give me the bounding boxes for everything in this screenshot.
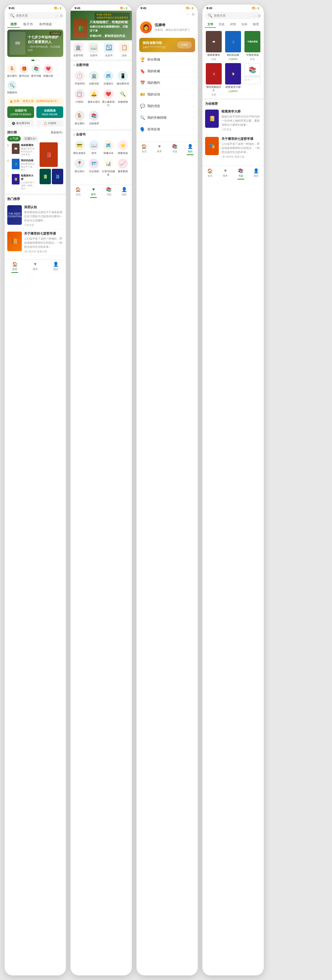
menu-lost-found[interactable]: 🔍 我的失物招领 ›	[136, 112, 198, 124]
service-branch[interactable]: 📊 分馆/流动服务	[101, 157, 116, 178]
genre-management[interactable]: 经管	[228, 21, 239, 28]
nav-bookshelf-2[interactable]: 📚 书架	[101, 187, 117, 198]
activity-icon-top[interactable]: 📋 活动	[119, 43, 129, 57]
menu-feedback[interactable]: 🗣️ 咨询反馈 ›	[136, 124, 198, 135]
card-bound-button[interactable]: 已绑定	[177, 42, 191, 48]
more-icon-my[interactable]: ···	[187, 12, 190, 16]
service-collection-map[interactable]: 🗺️ 馆藏分布	[101, 138, 116, 157]
service-caring[interactable]: ❤️ 爱心服务指引	[101, 87, 116, 109]
nav-my-3[interactable]: 👤 我的	[183, 144, 198, 155]
douban-cover-1[interactable]: 📕	[40, 142, 58, 167]
trip-qr-btn[interactable]: 📋 行程码	[36, 120, 63, 127]
menu-favorites[interactable]: 🔖 我的收藏 ›	[136, 65, 198, 77]
tab-ebook[interactable]: 电子书	[20, 21, 36, 28]
menu-points[interactable]: 🏆 积分商城 ›	[136, 54, 198, 65]
metro-qr-btn[interactable]: 🚇 微信乘车码	[7, 120, 34, 127]
service-go-library[interactable]: 🏛️ 去图书馆	[87, 69, 101, 87]
nav-my-4[interactable]: 👤 我的	[248, 168, 264, 180]
genre-detective[interactable]: 推理	[250, 21, 261, 28]
more-icon[interactable]: ···	[55, 14, 58, 18]
go-library-icon[interactable]: 🏛️ 去图书馆	[73, 43, 83, 57]
nav-my-2[interactable]: 👤 我的	[117, 187, 132, 198]
library-card[interactable]: 陕西省图书馆 140**************23 已绑定	[139, 38, 195, 52]
banner-badge[interactable]: 点我阅读	[50, 32, 62, 35]
menu-activities[interactable]: 🎫 我的活动 ›	[136, 89, 198, 100]
nav-service-3[interactable]: ♥ 服务	[152, 144, 168, 155]
ranking-more[interactable]: 更多热书 ›	[51, 131, 63, 135]
service-shelf-guide[interactable]: 📍 座位指引	[72, 157, 87, 178]
icon-search-catalog[interactable]: 🔍 馆藏查询	[6, 80, 18, 95]
service-card-guide[interactable]: 🪪 办证指南	[87, 157, 101, 178]
service-renew[interactable]: ⭐ 我要续借	[116, 138, 130, 157]
for-you-book-2[interactable]: 🎭 关于痛苦的七堂哲学课 人们似乎有了这样一种倾向，即必须保持两种对立的想法，一…	[202, 134, 264, 161]
shelf-book-1[interactable]: 📖 格林斯潘传 未读	[205, 31, 222, 61]
nav-home-3[interactable]: 🏠 首页	[136, 144, 152, 155]
tab-audio[interactable]: 有声阅读	[36, 21, 55, 28]
icon-collection[interactable]: ❤️ 馆藏分析	[42, 63, 54, 79]
douban-cover-3[interactable]: 📘	[52, 169, 63, 184]
nav-bookshelf-4[interactable]: 📚 书架	[233, 168, 248, 180]
popular-book-3[interactable]: 3 📗 暗黑美学大师 人们似乎有了这样一种种向，即必须保持两种对立的想法... …	[7, 173, 36, 191]
ranking-tab-douban[interactable]: 豆瓣8.0+	[22, 136, 38, 142]
genre-literature[interactable]: 文学	[205, 21, 216, 28]
icon-seat[interactable]: 🪑 座位预约	[6, 63, 18, 79]
search-bar-1[interactable]: 🔍 ··· ⊙	[7, 12, 63, 19]
icon-bookyuan[interactable]: 📚 图书书缘	[30, 63, 42, 79]
ranking-two-col: 1 📖 格林斯潘传 根据日本平安时代贝尔戸时代一位传奇人物的零零记载，重新演绎出…	[5, 142, 66, 193]
service-lost-found[interactable]: 🔍 失物招领	[116, 87, 130, 109]
hot-book-2[interactable]: 📙 关于痛苦的七堂哲学课 人们似乎有了这样一种倾向，即必须保持两种对立的想法，一…	[7, 229, 63, 256]
tab-recommend[interactable]: 推荐	[7, 21, 20, 28]
genre-social[interactable]: 社科	[239, 21, 250, 28]
shelf-book-4[interactable]: 📕 那些安静的日子 未读	[205, 63, 222, 96]
listen-btn[interactable]: 在线听书 LISTEN TO BOOKS	[7, 107, 34, 118]
return-book-icon[interactable]: ↩️ 去还书	[104, 43, 114, 57]
for-you-book-1[interactable]: 📔 暗黑美学大师 根据日本平安时代贝尔戸时代的一位传奇人物的零零记载，重新演绎出…	[202, 107, 264, 134]
nav-my-1[interactable]: 👤 我的	[46, 261, 66, 273]
nav-service-2[interactable]: ♥ 服务	[86, 187, 101, 198]
genre-ebook[interactable]: 电子	[261, 21, 264, 28]
for-you-book-author-2: (美) 斯科特·麦廖尔森	[221, 155, 261, 159]
search-input-1[interactable]	[16, 14, 54, 17]
menu-reservation[interactable]: 📅 我的预约 ›	[136, 77, 198, 89]
service-doc-recommend[interactable]: 📚 文献推荐	[87, 109, 101, 127]
popular-book-1[interactable]: 1 📖 格林斯潘传 根据日本平安时代贝尔戸时代一位传奇人物的零零记载，重新演绎出…	[7, 142, 36, 158]
genre-history[interactable]: 历史	[216, 21, 228, 28]
nav-home-1[interactable]: 🏠 首页	[5, 261, 25, 273]
nav-home-2[interactable]: 🏠 首页	[71, 187, 86, 198]
shelf-book-3[interactable]: 中国史简读 中国史简读 未读	[244, 31, 261, 61]
service-borrow[interactable]: 📖 借书	[87, 138, 101, 157]
read-online-btn[interactable]: 在线阅读 READ ONLINE	[36, 107, 63, 118]
ranking-tab-popular[interactable]: 人气榜	[7, 136, 21, 142]
service-data[interactable]: 📈 服务数据	[116, 157, 130, 178]
menu-messages[interactable]: 💬 我的消息 ›	[136, 100, 198, 112]
shelf-book-2[interactable]: 📘 美好的品格 已读45%	[224, 31, 242, 61]
douban-cover-2[interactable]: 📗	[40, 169, 51, 184]
nav-service-1[interactable]: ♥ 服务	[25, 261, 46, 273]
scan-icon-my[interactable]: ⊙	[192, 12, 194, 16]
service-seat-booking[interactable]: 🪑 座位预约	[72, 109, 87, 127]
service-traffic[interactable]: 🗺️ 交通指引	[101, 69, 116, 87]
nav-service-4[interactable]: ♥ 服务	[218, 168, 233, 180]
service-desk-guide[interactable]: 🛎️ 服务台指引	[87, 87, 101, 109]
service-open-time[interactable]: 🕐 开发时间	[72, 69, 87, 87]
search-input-4[interactable]	[214, 14, 252, 17]
main-banner[interactable]: 📖 十七岁少年如何保护自己最重要的人 二和约为约电你器，当沉稳着这些 点我阅读	[7, 30, 63, 57]
scan-icon[interactable]: ⊙	[60, 14, 63, 18]
nav-home-4[interactable]: 🏠 首页	[202, 168, 218, 180]
nav-bookshelf-3[interactable]: 📚 书架	[167, 144, 183, 155]
popular-book-2[interactable]: 2 📘 美好的品格 那些更积的点来自于个体的相互的个体自然习惯的方式... 格行	[7, 158, 36, 173]
icon-activity[interactable]: 🎁 图书活动	[18, 63, 30, 79]
borrow-book-icon[interactable]: 📖 去借书	[89, 43, 98, 57]
search-bar-4[interactable]: 🔍 ··· ⊙	[205, 12, 261, 19]
more-icon-4[interactable]: ···	[253, 14, 256, 18]
scan-icon-4[interactable]: ⊙	[258, 14, 261, 18]
lib-banner-book-img: 🐉	[74, 19, 87, 38]
notice-bar[interactable]: ⚠️ 距离 「希望之罪」还书时间还有2天 ›	[7, 98, 63, 105]
shelf-add-slot[interactable]: 📚 点击发现更多好书	[244, 63, 261, 96]
service-bind-card[interactable]: 💳 绑定读者证	[72, 138, 87, 157]
catalog-icon-circle: 🔍	[8, 81, 17, 90]
shelf-book-5[interactable]: 📔 暗黑美学大师 已读45%	[224, 63, 242, 96]
hot-book-1[interactable]: THE DEEP COGNITION 深层认知 那些更积的点来自于个体依依用过去…	[7, 203, 63, 229]
service-wechat-qr[interactable]: 📱 微信乘车码	[116, 69, 130, 87]
service-trip-code[interactable]: 📋 行程码	[72, 87, 87, 109]
